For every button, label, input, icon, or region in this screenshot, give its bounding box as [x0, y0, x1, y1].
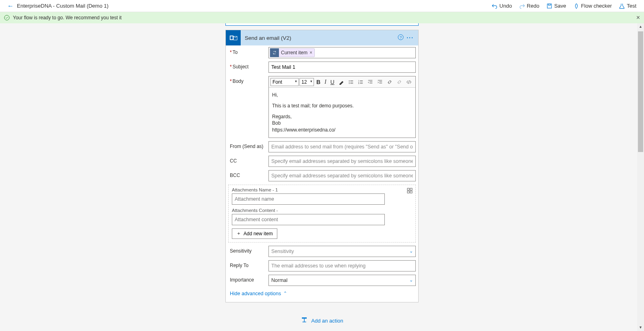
- check-circle-icon: [4, 15, 10, 21]
- save-icon: [547, 3, 552, 9]
- save-button[interactable]: Save: [543, 0, 570, 12]
- success-banner: Your flow is ready to go. We recommend y…: [0, 12, 644, 23]
- test-icon: [619, 3, 625, 9]
- undo-icon: [492, 3, 497, 9]
- redo-button[interactable]: Redo: [516, 0, 543, 12]
- flow-checker-button[interactable]: Flow checker: [570, 0, 616, 12]
- undo-button[interactable]: Undo: [488, 0, 516, 12]
- back-button[interactable]: ←: [4, 2, 17, 10]
- flow-checker-icon: [574, 3, 579, 9]
- banner-close-button[interactable]: ×: [636, 14, 640, 21]
- top-bar: ← EnterpriseDNA - Custom Mail (Demo 1) U…: [0, 0, 644, 12]
- svg-point-2: [4, 15, 9, 20]
- test-button[interactable]: Test: [615, 0, 640, 12]
- flow-title: EnterpriseDNA - Custom Mail (Demo 1): [17, 3, 109, 9]
- svg-rect-0: [547, 4, 552, 8]
- banner-message: Your flow is ready to go. We recommend y…: [13, 15, 122, 21]
- redo-icon: [519, 3, 525, 9]
- svg-rect-1: [548, 4, 550, 5]
